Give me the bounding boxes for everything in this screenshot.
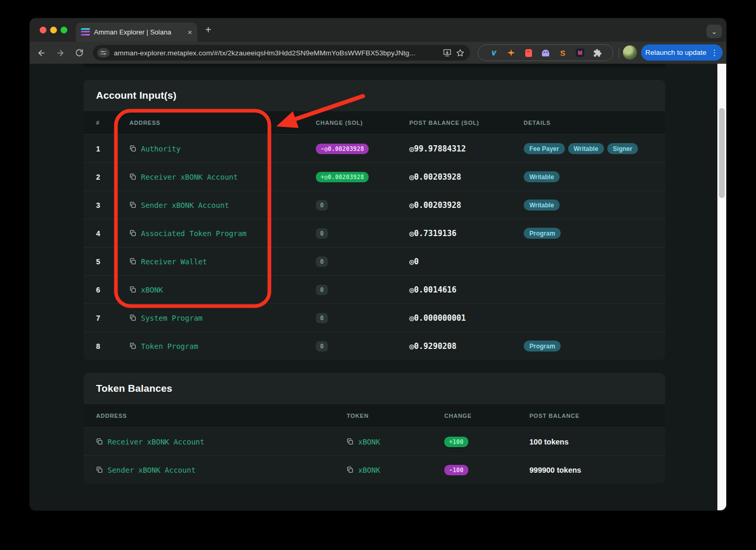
address-link[interactable]: Receiver xBONK Account xyxy=(108,438,204,446)
token-link[interactable]: xBONK xyxy=(358,466,380,474)
row-number: 3 xyxy=(96,201,129,209)
close-window-button[interactable] xyxy=(40,27,46,33)
col-address: Address xyxy=(129,120,316,126)
address-link[interactable]: Receiver Wallet xyxy=(141,258,207,266)
post-balance: ◎0.00203928 xyxy=(409,201,524,210)
address-link[interactable]: Associated Token Program xyxy=(141,229,246,238)
tab-close-icon[interactable]: × xyxy=(187,28,192,36)
address-link[interactable]: Sender xBONK Account xyxy=(108,466,196,474)
copy-icon[interactable] xyxy=(129,145,136,152)
copy-icon[interactable] xyxy=(129,314,136,321)
post-balance: ◎0.9290208 xyxy=(409,342,524,351)
account-input-row: 5Receiver Wallet0◎0 xyxy=(84,247,665,275)
url-bar[interactable]: amman-explorer.metaplex.com/#/tx/2kzauee… xyxy=(93,45,470,61)
tab-search-chevron-button[interactable]: ⌄ xyxy=(706,25,722,38)
change-cell: 0 xyxy=(316,256,409,267)
copy-icon[interactable] xyxy=(129,202,136,208)
address-link[interactable]: Sender xBONK Account xyxy=(141,201,229,209)
token-balance-row: Receiver xBONK AccountxBONK+100100 token… xyxy=(84,427,665,455)
browser-tab[interactable]: Amman Explorer | Solana × xyxy=(76,22,197,42)
details-badges: Writable xyxy=(524,200,665,210)
details-badges: Fee PayerWritableSigner xyxy=(524,143,665,154)
copy-icon[interactable] xyxy=(129,258,136,265)
scrollbar-track[interactable] xyxy=(717,64,726,510)
address-cell: Sender xBONK Account xyxy=(129,201,316,209)
copy-icon[interactable] xyxy=(129,173,136,180)
row-number: 8 xyxy=(96,342,129,350)
change-badge: -100 xyxy=(444,465,468,475)
change-cell: -100 xyxy=(444,465,529,475)
minimize-window-button[interactable] xyxy=(50,27,57,33)
spark-extension-icon[interactable] xyxy=(506,48,516,57)
change-badge: 0 xyxy=(316,285,328,295)
tab-strip: Amman Explorer | Solana × + ⌄ xyxy=(30,18,726,42)
reload-icon[interactable] xyxy=(73,46,86,60)
account-input-row: 3Sender xBONK Account0◎0.00203928Writabl… xyxy=(84,191,665,219)
account-inputs-column-headers: # Address Change (SOL) Post Balance (SOL… xyxy=(84,111,665,134)
post-balance: ◎0.00203928 xyxy=(409,172,524,182)
scrollbar-thumb[interactable] xyxy=(719,108,725,198)
address-link[interactable]: Token Program xyxy=(141,342,198,350)
post-balance: ◎0 xyxy=(409,257,524,266)
copy-icon[interactable] xyxy=(347,438,353,445)
account-inputs-title: Account Input(s) xyxy=(96,90,176,101)
window-controls xyxy=(40,27,67,33)
address-link[interactable]: Receiver xBONK Account xyxy=(141,173,238,181)
extensions-puzzle-icon[interactable] xyxy=(593,48,602,57)
post-balance: 100 tokens xyxy=(529,438,665,446)
details-badges: Program xyxy=(524,341,665,352)
account-inputs-table-body: 1Authority-◎0.00203928◎99.97884312Fee Pa… xyxy=(84,134,665,360)
forward-icon[interactable] xyxy=(53,46,67,60)
install-app-icon[interactable] xyxy=(443,49,452,57)
row-number: 1 xyxy=(96,145,129,153)
backpack-extension-icon[interactable] xyxy=(524,48,533,57)
post-balance: ◎0.000000001 xyxy=(409,313,524,323)
site-settings-icon[interactable] xyxy=(97,48,110,57)
token-balances-title: Token Balances xyxy=(96,383,172,394)
maximize-window-button[interactable] xyxy=(61,27,67,33)
col-post-balance-sol: Post Balance (SOL) xyxy=(409,120,524,126)
change-badge: 0 xyxy=(316,313,328,323)
back-icon[interactable] xyxy=(34,46,48,60)
profile-avatar[interactable] xyxy=(623,45,637,60)
row-number: 5 xyxy=(96,258,129,266)
copy-icon[interactable] xyxy=(96,466,103,473)
previous-section-edge xyxy=(84,64,665,67)
address-link[interactable]: xBONK xyxy=(141,286,163,294)
detail-badge: Program xyxy=(524,341,561,352)
overflow-menu-icon[interactable]: ⋮ xyxy=(711,49,718,56)
change-cell: 0 xyxy=(316,285,409,295)
account-inputs-header: Account Input(s) xyxy=(84,80,665,111)
token-balances-header: Token Balances xyxy=(84,373,665,404)
copy-icon[interactable] xyxy=(129,230,136,237)
copy-icon[interactable] xyxy=(129,286,136,293)
new-tab-button[interactable]: + xyxy=(205,24,211,36)
phantom-ghost-extension-icon[interactable] xyxy=(541,48,550,57)
copy-icon[interactable] xyxy=(96,438,103,445)
relaunch-to-update-button[interactable]: Relaunch to update ⋮ xyxy=(641,44,723,61)
token-balance-row: Sender xBONK AccountxBONK-100999900 toke… xyxy=(84,455,665,484)
change-cell: -◎0.00203928 xyxy=(316,144,409,154)
account-input-row: 8Token Program0◎0.9290208Program xyxy=(84,332,665,360)
token-link[interactable]: xBONK xyxy=(358,438,380,446)
mc-extension-icon[interactable]: M xyxy=(575,48,585,57)
address-cell: Receiver xBONK Account xyxy=(96,438,347,446)
address-link[interactable]: Authority xyxy=(141,145,181,153)
change-badge: 0 xyxy=(316,256,328,267)
row-number: 4 xyxy=(96,229,129,238)
address-cell: Authority xyxy=(129,145,316,153)
bookmark-star-icon[interactable] xyxy=(456,49,465,57)
address-link[interactable]: System Program xyxy=(141,314,203,322)
vimeo-extension-icon[interactable]: v xyxy=(489,48,499,57)
account-input-row: 1Authority-◎0.00203928◎99.97884312Fee Pa… xyxy=(84,134,665,162)
solflare-extension-icon[interactable]: S xyxy=(558,48,568,57)
address-cell: xBONK xyxy=(129,286,316,294)
change-badge: 0 xyxy=(316,228,328,239)
copy-icon[interactable] xyxy=(347,466,353,473)
browser-window: Amman Explorer | Solana × + ⌄ amman-expl… xyxy=(30,18,726,510)
col-change-sol: Change (SOL) xyxy=(316,120,409,126)
col-change: Change xyxy=(444,413,529,419)
copy-icon[interactable] xyxy=(129,343,136,349)
detail-badge: Signer xyxy=(607,143,638,154)
account-input-row: 6xBONK0◎0.0014616 xyxy=(84,275,665,303)
